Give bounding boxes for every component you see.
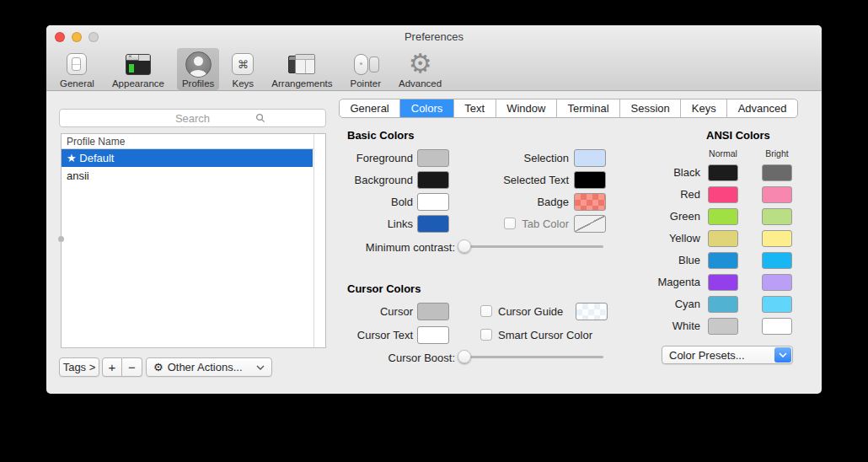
ansi-normal-header: Normal [698,148,748,158]
cursor-boost-slider-knob[interactable] [458,350,471,363]
profile-row-ansii[interactable]: ansii [62,167,313,185]
bold-color-well[interactable] [417,193,449,211]
minimum-contrast-label: Minimum contrast: [347,241,455,254]
other-actions-label: Other Actions... [168,361,243,373]
ansi-row-black: Black [628,164,822,181]
tab-color-well[interactable] [574,215,606,233]
cursor-text-color-well[interactable] [417,326,449,344]
tab-color-checkbox[interactable] [504,218,516,229]
color-presets-label: Color Presets... [669,349,745,362]
toolbar-label: Profiles [182,78,214,89]
person-icon [185,51,212,78]
ansi-yellow-bright-swatch[interactable] [762,230,792,247]
tab-general[interactable]: General [340,99,400,117]
toolbar-item-pointer[interactable]: Pointer [346,48,386,90]
profile-row-default[interactable]: ★ Default [62,149,313,167]
ansi-row-cyan: Cyan [628,295,822,313]
foreground-row: Foreground [347,148,449,167]
toolbar-item-keys[interactable]: ⌘ Keys [227,48,259,90]
tab-session[interactable]: Session [620,99,681,117]
ansi-red-bright-swatch[interactable] [762,186,792,203]
toolbar-label: General [60,78,94,89]
settings-tab-bar: General Colors Text Window Terminal Sess… [339,99,798,118]
minimum-contrast-slider-knob[interactable] [458,239,471,253]
cursor-boost-slider[interactable] [459,356,603,358]
toolbar-item-advanced[interactable]: ⚙ Advanced [394,48,447,90]
bold-label: Bold [347,196,413,208]
cursor-guide-color-well[interactable] [576,303,608,320]
other-actions-dropdown[interactable]: ⚙ Other Actions... [146,357,272,377]
ansi-magenta-normal-swatch[interactable] [708,274,738,291]
background-color-well[interactable] [417,171,449,189]
cursor-color-well[interactable] [417,303,449,320]
tab-window[interactable]: Window [496,99,557,117]
mouse-icon [351,51,380,78]
links-color-well[interactable] [417,215,449,233]
tab-keys[interactable]: Keys [681,99,727,117]
tags-button[interactable]: Tags > [59,357,99,377]
preferences-toolbar: General Appearance Profiles ⌘ Keys [55,48,447,90]
ansi-label: Red [628,188,700,201]
ansi-bright-header: Bright [752,148,802,158]
minimum-contrast-row: Minimum contrast: [347,238,608,256]
ansi-green-normal-swatch[interactable] [708,208,738,225]
toolbar-label: Keys [233,78,255,89]
add-profile-button[interactable]: + [102,357,122,377]
toolbar-label: Pointer [351,78,381,89]
ansi-white-bright-swatch[interactable] [762,318,792,335]
window-title: Preferences [46,30,822,43]
foreground-label: Foreground [347,152,413,164]
ansi-magenta-bright-swatch[interactable] [762,274,792,291]
ansi-blue-bright-swatch[interactable] [762,252,792,269]
selected-text-row: Selected Text [468,170,606,189]
ansi-black-normal-swatch[interactable] [708,164,738,181]
foreground-color-well[interactable] [417,149,449,167]
cursor-row: Cursor [347,302,449,320]
minimum-contrast-slider[interactable] [459,245,603,248]
toolbar-item-profiles[interactable]: Profiles [177,48,219,90]
cursor-label: Cursor [347,305,413,318]
selected-text-color-well[interactable] [574,171,606,189]
ansi-black-bright-swatch[interactable] [762,164,792,181]
chevron-down-icon [256,365,265,370]
badge-color-well[interactable] [574,193,606,211]
cursor-guide-checkbox[interactable] [480,305,492,317]
remove-profile-button[interactable]: − [122,357,142,377]
tab-colors[interactable]: Colors [400,99,454,117]
toolbar-item-general[interactable]: General [55,48,99,90]
pane-splitter-dot [58,236,64,242]
cursor-boost-label: Cursor Boost: [347,352,455,364]
toolbar-item-arrangements[interactable]: Arrangements [266,48,337,90]
ansi-blue-normal-swatch[interactable] [708,252,738,269]
basic-colors-title: Basic Colors [347,129,414,142]
search-input[interactable] [59,109,326,127]
ansi-label: Magenta [628,276,700,288]
tab-advanced[interactable]: Advanced [727,99,797,117]
toolbar-item-appearance[interactable]: Appearance [107,48,169,90]
profile-list: Profile Name ★ Default ansii [61,133,326,348]
profile-list-scrollbar[interactable] [313,134,325,347]
ansi-white-normal-swatch[interactable] [708,318,738,335]
badge-label: Badge [468,196,569,208]
ansi-row-red: Red [628,185,822,203]
ansi-cyan-normal-swatch[interactable] [708,296,738,313]
ansi-row-magenta: Magenta [628,273,822,291]
selection-color-well[interactable] [574,149,606,167]
color-presets-dropdown[interactable]: Color Presets... [662,346,793,364]
smart-cursor-color-checkbox[interactable] [480,329,492,341]
ansi-red-normal-swatch[interactable] [708,186,738,203]
ansi-cyan-bright-swatch[interactable] [762,296,792,313]
ansi-label: Yellow [628,232,700,244]
ansi-yellow-normal-swatch[interactable] [708,230,738,247]
command-key-icon: ⌘ [232,51,254,78]
background-row: Background [347,170,449,189]
ansi-green-bright-swatch[interactable] [762,208,792,225]
cursor-boost-row: Cursor Boost: [347,348,608,367]
selected-text-label: Selected Text [468,174,569,186]
tab-text[interactable]: Text [454,99,496,117]
tab-terminal[interactable]: Terminal [557,99,620,117]
switch-icon [67,51,87,78]
toolbar-label: Appearance [112,78,164,89]
dropdown-arrow-button[interactable] [774,347,791,363]
overlapping-windows-icon [287,51,316,78]
